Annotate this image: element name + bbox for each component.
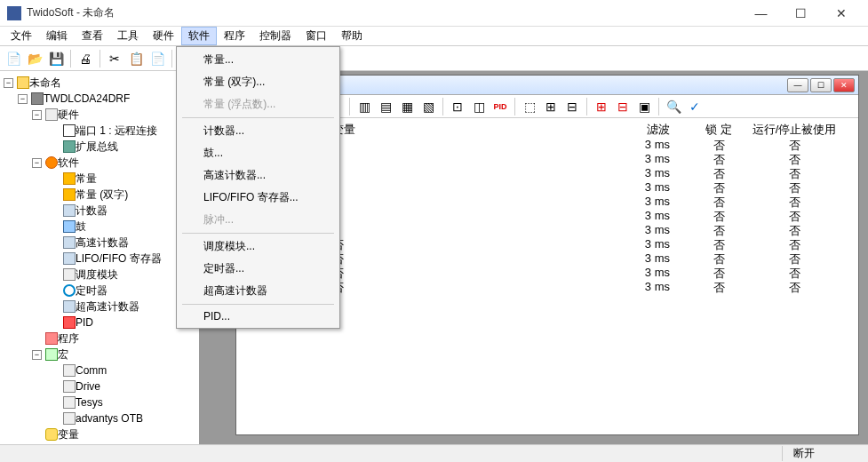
tree-sw-item[interactable]: 常量: [76, 171, 97, 187]
tree-hardware[interactable]: 硬件: [58, 108, 79, 123]
menu-编辑[interactable]: 编辑: [39, 27, 75, 45]
tool-icon[interactable]: ⊡: [448, 97, 467, 116]
cell-lock: 否: [688, 138, 750, 152]
check-icon[interactable]: ✓: [685, 97, 705, 116]
close-button[interactable]: ✕: [821, 1, 861, 26]
tree-macro-item[interactable]: Comm: [76, 364, 107, 377]
tree-port[interactable]: 端口 1 : 远程连接: [76, 123, 157, 139]
cell-run: 否: [750, 266, 839, 280]
menu-item[interactable]: 常量 (双字)...: [179, 71, 338, 93]
expander-icon[interactable]: −: [18, 94, 28, 104]
cell-lock: 否: [688, 166, 750, 180]
cell-variable: 否: [332, 280, 581, 294]
tool-icon[interactable]: ⊟: [562, 97, 582, 116]
hardware-icon: [45, 108, 58, 121]
tool-icon[interactable]: ◫: [469, 97, 489, 116]
cell-filter: 3 ms: [581, 209, 688, 223]
mdi-maximize-button[interactable]: ☐: [810, 78, 832, 92]
tree-macro-item[interactable]: advantys OTB: [76, 412, 143, 425]
menu-item: 常量 (浮点数)...: [179, 93, 338, 116]
new-file-icon[interactable]: 📄: [4, 49, 23, 68]
menu-item[interactable]: PID...: [179, 307, 338, 326]
tool-icon[interactable]: ⊞: [541, 97, 561, 116]
tree-sw-item[interactable]: 调度模块: [76, 267, 118, 283]
macro-item-icon: [63, 364, 76, 377]
search-icon[interactable]: 🔍: [664, 97, 683, 116]
save-icon[interactable]: 💾: [46, 49, 66, 68]
tree-macro[interactable]: 宏: [58, 347, 68, 362]
tool-icon[interactable]: ⊟: [613, 97, 633, 116]
cut-icon[interactable]: ✂: [105, 49, 124, 68]
menu-item[interactable]: 鼓...: [179, 142, 338, 164]
tree-sw-item[interactable]: 鼓: [76, 219, 86, 235]
tree-program[interactable]: 程序: [58, 331, 79, 346]
expander-icon[interactable]: −: [32, 110, 42, 120]
pid-tool-icon[interactable]: PID: [490, 97, 510, 116]
open-file-icon[interactable]: 📂: [25, 49, 44, 68]
menu-item[interactable]: 计数器...: [179, 120, 338, 142]
cell-variable: 否: [332, 266, 581, 280]
expander-icon[interactable]: −: [4, 78, 13, 88]
copy-icon[interactable]: 📋: [126, 49, 146, 68]
tool-icon[interactable]: ⬚: [520, 97, 539, 116]
cell-filter: 3 ms: [581, 138, 688, 152]
tree-sw-item[interactable]: 计数器: [76, 203, 108, 219]
tree-device[interactable]: TWDLCDA24DRF: [44, 92, 130, 105]
menu-软件[interactable]: 软件: [181, 27, 217, 45]
tool-icon[interactable]: ▥: [354, 97, 374, 116]
mdi-minimize-button[interactable]: —: [787, 78, 808, 92]
maximize-button[interactable]: ☐: [781, 1, 821, 26]
cell-lock: 否: [688, 152, 750, 166]
folder-icon: [17, 76, 29, 89]
menu-窗口[interactable]: 窗口: [299, 27, 334, 45]
tool-icon[interactable]: ▤: [376, 97, 395, 116]
menu-item[interactable]: 常量...: [179, 49, 338, 71]
cell-filter: 3 ms: [581, 195, 688, 209]
menu-硬件[interactable]: 硬件: [146, 27, 181, 45]
menu-文件[interactable]: 文件: [4, 27, 39, 45]
menu-工具[interactable]: 工具: [110, 27, 146, 45]
tree-sw-item[interactable]: 常量 (双字): [76, 187, 128, 203]
tree-sw-item[interactable]: LIFO/FIFO 寄存器: [76, 251, 162, 267]
tree-macro-item[interactable]: Drive: [76, 380, 100, 393]
menu-帮助[interactable]: 帮助: [334, 27, 370, 45]
tree-sw-item[interactable]: PID: [76, 316, 93, 329]
cell-variable: [332, 138, 581, 152]
menu-item[interactable]: 高速计数器...: [179, 164, 338, 187]
tree-variable[interactable]: 变量: [58, 427, 79, 442]
tool-icon[interactable]: ▧: [418, 97, 438, 116]
cell-lock: 否: [688, 195, 750, 209]
cell-filter: 3 ms: [581, 166, 688, 180]
menu-查看[interactable]: 查看: [75, 27, 110, 45]
paste-icon[interactable]: 📄: [147, 49, 167, 68]
macro-item-icon: [63, 412, 76, 425]
software-icon: [45, 156, 58, 169]
expander-icon[interactable]: −: [32, 350, 42, 360]
minimize-button[interactable]: —: [741, 1, 781, 26]
menu-程序[interactable]: 程序: [217, 27, 252, 45]
menu-item[interactable]: LIFO/FIFO 寄存器...: [179, 187, 338, 209]
menu-控制器[interactable]: 控制器: [252, 27, 299, 45]
menu-item[interactable]: 定时器...: [179, 258, 338, 280]
mdi-close-button[interactable]: ✕: [833, 78, 855, 92]
tool-icon[interactable]: ⊞: [592, 97, 611, 116]
menu-item[interactable]: 调度模块...: [179, 235, 338, 258]
menu-item[interactable]: 超高速计数器: [179, 280, 338, 302]
tool-icon[interactable]: ▣: [634, 97, 654, 116]
tree-software[interactable]: 软件: [58, 155, 79, 171]
tree-sw-item[interactable]: 定时器: [76, 283, 108, 299]
cell-run: 否: [750, 237, 839, 251]
print-icon[interactable]: 🖨: [76, 49, 95, 68]
tree-macro-item[interactable]: Tesys: [76, 396, 103, 409]
cell-filter: 3 ms: [581, 280, 688, 294]
tree-sw-item[interactable]: 高速计数器: [76, 235, 129, 251]
tool-icon[interactable]: ▦: [397, 97, 417, 116]
statusbar: 断开: [0, 444, 868, 462]
tree-sw-item[interactable]: 超高速计数器: [76, 299, 139, 315]
project-tree-panel[interactable]: − 未命名 − TWDLCDA24DRF − 硬件 端口 1 : 远程连接 扩展…: [0, 71, 200, 444]
tree-dynamic[interactable]: 动态数据表: [58, 443, 111, 445]
expander-icon[interactable]: −: [32, 158, 42, 168]
tree-root[interactable]: 未命名: [29, 76, 61, 91]
tree-bus[interactable]: 扩展总线: [76, 139, 118, 155]
cell-run: 否: [750, 180, 839, 195]
